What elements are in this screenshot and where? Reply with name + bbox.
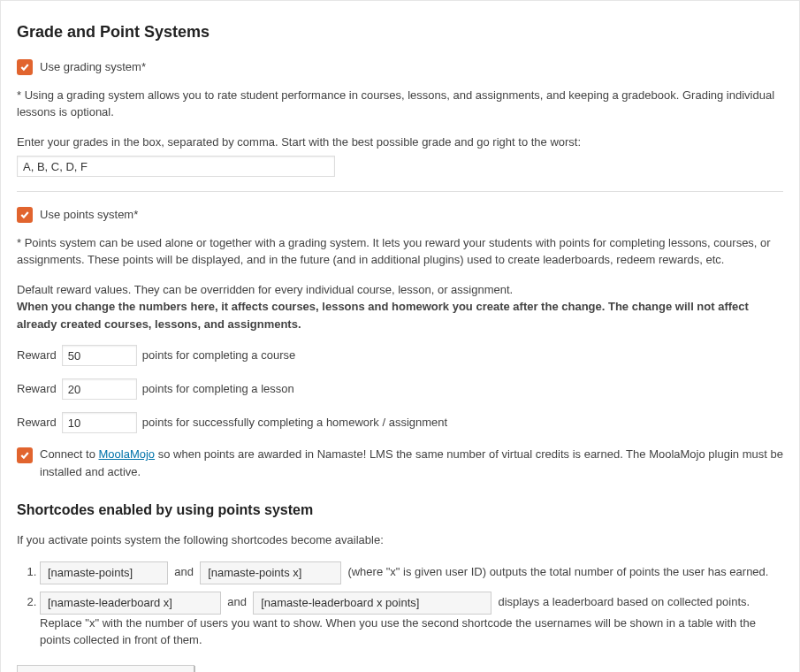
points-help-text: * Points system can be used alone or tog… [17, 234, 783, 269]
use-grading-row: Use grading system* [17, 58, 783, 76]
grading-help-text: * Using a grading system allows you to r… [17, 87, 783, 121]
and-text: and [227, 595, 247, 608]
reward-lesson-input[interactable] [62, 378, 137, 400]
connect-moolamojo-checkbox[interactable] [17, 447, 33, 463]
save-button[interactable]: Save grade and points settings [17, 665, 194, 673]
change-warning: When you change the numbers here, it aff… [17, 300, 749, 331]
shortcode-item-1: [namaste-points] and [namaste-points x] … [40, 561, 783, 584]
heading-shortcodes: Shortcodes enabled by using points syste… [17, 500, 783, 521]
reward-assignment-suffix: points for successfully completing a hom… [142, 414, 447, 431]
shortcode-namaste-leaderboard-x[interactable]: [namaste-leaderboard x] [40, 592, 221, 615]
grades-input[interactable] [17, 156, 335, 177]
shortcode-namaste-leaderboard-x-points[interactable]: [namaste-leaderboard x points] [253, 592, 491, 615]
divider [17, 191, 783, 192]
reward-assignment-row: Reward points for successfully completin… [17, 412, 783, 433]
shortcode-namaste-points-x[interactable]: [namaste-points x] [200, 561, 341, 584]
check-icon [19, 450, 30, 461]
reward-course-row: Reward points for completing a course [17, 345, 783, 366]
reward-label: Reward [17, 347, 57, 364]
use-points-row: Use points system* [17, 206, 783, 224]
reward-label: Reward [17, 380, 57, 398]
reward-lesson-row: Reward points for completing a lesson [17, 378, 783, 400]
reward-lesson-suffix: points for completing a lesson [142, 380, 294, 398]
use-points-checkbox[interactable] [17, 207, 33, 223]
connect-moolamojo-text: Connect to MoolaMojo so when points are … [40, 446, 783, 480]
moolamojo-link[interactable]: MoolaMojo [99, 447, 156, 461]
heading-grade-point-systems: Grade and Point Systems [17, 20, 783, 44]
and-text: and [174, 565, 194, 578]
check-icon [19, 62, 30, 73]
check-icon [19, 210, 30, 220]
use-grading-checkbox[interactable] [17, 59, 33, 75]
grades-instruction: Enter your grades in the box, separated … [17, 134, 783, 151]
default-reward-block: Default reward values. They can be overr… [17, 281, 783, 333]
shortcode-2-suffix-2: with the number of users you want to sho… [40, 616, 756, 647]
connect-prefix: Connect to [40, 447, 99, 461]
default-reward-text: Default reward values. They can be overr… [17, 283, 513, 296]
reward-assignment-input[interactable] [62, 412, 137, 433]
shortcode-list: [namaste-points] and [namaste-points x] … [17, 561, 783, 649]
reward-label: Reward [17, 414, 57, 431]
reward-course-suffix: points for completing a course [142, 347, 295, 364]
connect-moolamojo-row: Connect to MoolaMojo so when points are … [17, 446, 783, 480]
settings-panel: Grade and Point Systems Use grading syst… [0, 0, 800, 672]
shortcode-item-2: [namaste-leaderboard x] and [namaste-lea… [40, 592, 783, 649]
shortcode-1-suffix: (where "x" is given user ID) outputs the… [347, 565, 768, 578]
shortcodes-intro: If you activate points system the follow… [17, 531, 783, 549]
shortcode-namaste-points[interactable]: [namaste-points] [40, 561, 168, 584]
reward-course-input[interactable] [62, 345, 137, 366]
use-grading-label: Use grading system* [40, 58, 146, 76]
use-points-label: Use points system* [40, 206, 138, 224]
